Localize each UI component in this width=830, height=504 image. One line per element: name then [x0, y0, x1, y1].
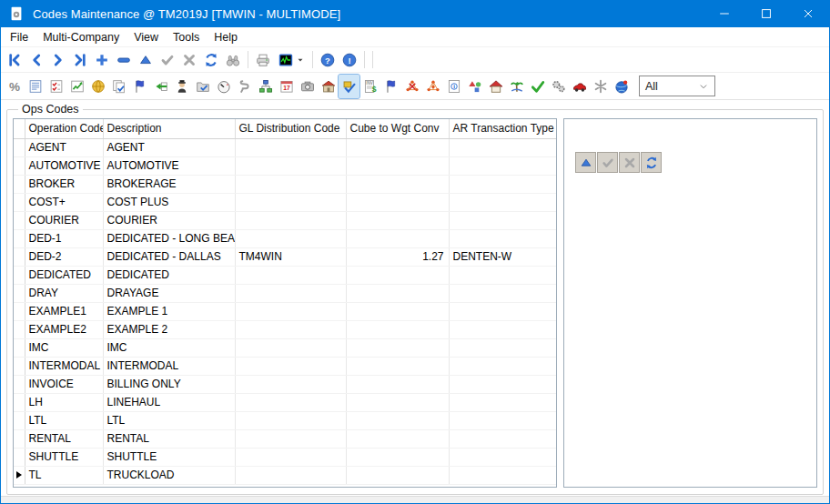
cell-description[interactable]: BROKERAGE [103, 175, 235, 193]
cell-operation-code[interactable]: AUTOMOTIVE [25, 156, 103, 175]
cell-cube-to-wgt-conv[interactable] [346, 156, 449, 175]
insert-record-button[interactable] [91, 49, 113, 71]
print-button[interactable] [252, 49, 274, 71]
cell-ar-transaction-type[interactable] [449, 448, 556, 466]
help-button[interactable]: ? [317, 49, 339, 71]
cell-gl-distribution-code[interactable] [235, 302, 346, 320]
menu-multi-company[interactable]: Multi-Company [35, 29, 127, 45]
cell-ar-transaction-type[interactable] [449, 429, 556, 448]
cell-gl-distribution-code[interactable] [235, 193, 346, 211]
cell-gl-distribution-code[interactable] [235, 357, 346, 375]
cell-description[interactable]: EXAMPLE 1 [103, 302, 235, 320]
minimize-button[interactable] [703, 0, 745, 27]
refresh-button[interactable] [200, 49, 222, 71]
calendar-button[interactable]: 17 [276, 75, 297, 98]
cell-cube-to-wgt-conv[interactable] [346, 338, 449, 357]
cell-description[interactable]: LTL [103, 411, 235, 429]
cell-ar-transaction-type[interactable] [449, 320, 556, 338]
report-button[interactable] [25, 75, 46, 98]
cell-ar-transaction-type[interactable] [449, 193, 556, 211]
flag-button[interactable] [380, 75, 401, 98]
menu-help[interactable]: Help [207, 29, 245, 45]
cell-gl-distribution-code[interactable] [235, 320, 346, 338]
cell-description[interactable]: AGENT [103, 138, 235, 156]
cell-description[interactable]: DEDICATED - LONG BEACH [103, 229, 235, 247]
cell-ar-transaction-type[interactable]: DENTEN-W [449, 247, 556, 266]
next-record-button[interactable] [47, 49, 69, 71]
cell-operation-code[interactable]: RENTAL [25, 429, 103, 448]
cell-description[interactable]: COURIER [103, 211, 235, 229]
cell-description[interactable]: DEDICATED - DALLAS [103, 247, 235, 266]
check-green-button[interactable] [527, 75, 548, 98]
column-header-operation-code[interactable]: Operation Code [25, 119, 103, 138]
gears-button[interactable] [548, 75, 569, 98]
column-header-gl-distribution-code[interactable]: GL Distribution Code [235, 119, 346, 138]
cell-ar-transaction-type[interactable] [449, 175, 556, 193]
person-hat-button[interactable] [171, 75, 192, 98]
cell-cube-to-wgt-conv[interactable] [346, 229, 449, 247]
cell-operation-code[interactable]: TL [25, 466, 103, 484]
chart-button[interactable] [66, 75, 87, 98]
import-arrow-button[interactable] [150, 75, 171, 98]
edit-record-button[interactable] [135, 49, 157, 71]
cell-gl-distribution-code[interactable] [235, 375, 346, 393]
cell-ar-transaction-type[interactable] [449, 211, 556, 229]
invoice-button[interactable]: INV$ [359, 75, 380, 98]
warehouse-button[interactable] [318, 75, 339, 98]
sphere-gold-button[interactable] [87, 75, 108, 98]
cell-description[interactable]: EXAMPLE 2 [103, 320, 235, 338]
globe-button[interactable] [611, 75, 632, 98]
house-button[interactable] [485, 75, 506, 98]
cell-gl-distribution-code[interactable] [235, 284, 346, 302]
cell-cube-to-wgt-conv[interactable] [346, 375, 449, 393]
close-button[interactable] [787, 0, 829, 27]
cell-cube-to-wgt-conv[interactable] [346, 193, 449, 211]
cell-cube-to-wgt-conv[interactable] [346, 138, 449, 156]
cell-ar-transaction-type[interactable] [449, 284, 556, 302]
search-button[interactable] [222, 49, 244, 71]
panel-edit-button[interactable] [575, 152, 596, 173]
menu-view[interactable]: View [127, 29, 166, 45]
cell-ar-transaction-type[interactable] [449, 357, 556, 375]
cell-description[interactable]: TRUCKLOAD [103, 466, 235, 484]
filter-select[interactable]: All [639, 76, 715, 96]
shapes-button[interactable] [464, 75, 485, 98]
cell-operation-code[interactable]: BROKER [25, 175, 103, 193]
cell-cube-to-wgt-conv[interactable] [346, 411, 449, 429]
cell-gl-distribution-code[interactable] [235, 175, 346, 193]
terminal-dropdown-button[interactable] [274, 49, 309, 71]
cell-operation-code[interactable]: LH [25, 393, 103, 411]
cell-cube-to-wgt-conv[interactable] [346, 466, 449, 484]
about-button[interactable]: ! [339, 49, 360, 71]
cell-ar-transaction-type[interactable] [449, 229, 556, 247]
cell-ar-transaction-type[interactable] [449, 156, 556, 175]
cell-ar-transaction-type[interactable] [449, 393, 556, 411]
cell-ar-transaction-type[interactable] [449, 375, 556, 393]
folder-check-button[interactable] [192, 75, 213, 98]
cell-operation-code[interactable]: IMC [25, 338, 103, 357]
menu-tools[interactable]: Tools [166, 29, 207, 45]
cell-ar-transaction-type[interactable] [449, 138, 556, 156]
tree-button[interactable] [506, 75, 527, 98]
panel-refresh-button[interactable] [641, 152, 662, 173]
cell-operation-code[interactable]: DED-2 [25, 247, 103, 266]
cell-cube-to-wgt-conv[interactable] [346, 302, 449, 320]
cell-cube-to-wgt-conv[interactable] [346, 393, 449, 411]
cell-description[interactable]: LINEHAUL [103, 393, 235, 411]
cell-gl-distribution-code[interactable] [235, 138, 346, 156]
asterisk-button[interactable] [590, 75, 611, 98]
cell-description[interactable]: DEDICATED [103, 266, 235, 284]
cell-cube-to-wgt-conv[interactable] [346, 448, 449, 466]
cancel-edit-button[interactable] [178, 49, 200, 71]
cell-description[interactable]: SHUTTLE [103, 448, 235, 466]
gauge-button[interactable] [213, 75, 234, 98]
panel-cancel-button[interactable] [619, 152, 640, 173]
cell-cube-to-wgt-conv[interactable] [346, 429, 449, 448]
cell-cube-to-wgt-conv[interactable]: 1.27 [346, 247, 449, 266]
cell-gl-distribution-code[interactable] [235, 156, 346, 175]
document-info-button[interactable]: i [443, 75, 464, 98]
cell-ar-transaction-type[interactable] [449, 466, 556, 484]
camera-button[interactable] [297, 75, 318, 98]
column-header-ar-transaction-type[interactable]: AR Transaction Type [449, 119, 556, 138]
cell-operation-code[interactable]: EXAMPLE2 [25, 320, 103, 338]
